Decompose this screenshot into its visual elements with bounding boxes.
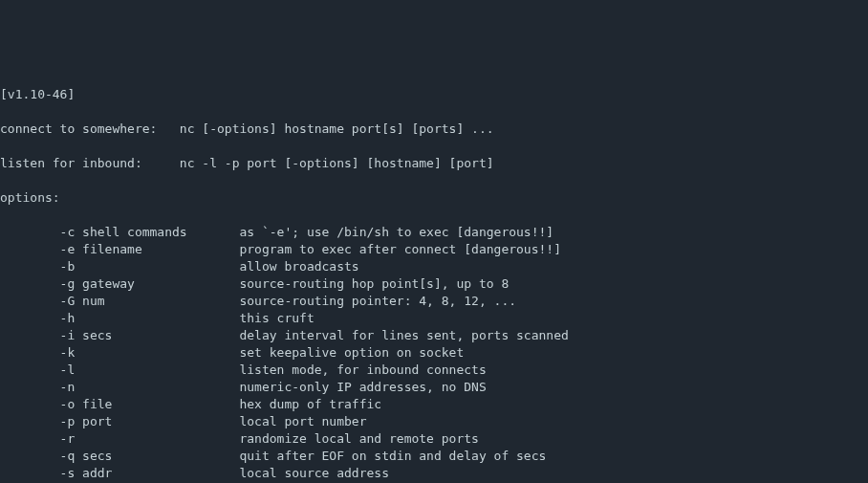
option-line: -k set keepalive option on socket xyxy=(0,344,868,362)
terminal-output: [v1.10-46] connect to somewhere: nc [-op… xyxy=(0,69,868,483)
option-line: -h this cruft xyxy=(0,310,868,327)
option-line: -b allow broadcasts xyxy=(0,258,868,275)
option-line: -n numeric-only IP addresses, no DNS xyxy=(0,379,868,396)
option-line: -s addr local source address xyxy=(0,465,868,482)
option-line: -i secs delay interval for lines sent, p… xyxy=(0,327,868,344)
option-line: -g gateway source-routing hop point[s], … xyxy=(0,275,868,293)
option-line: -l listen mode, for inbound connects xyxy=(0,362,868,379)
option-line: -o file hex dump of traffic xyxy=(0,396,868,413)
option-line: -r randomize local and remote ports xyxy=(0,430,868,448)
usage-listen: listen for inbound: nc -l -p port [-opti… xyxy=(0,155,868,172)
usage-connect: connect to somewhere: nc [-options] host… xyxy=(0,121,868,138)
option-line: -p port local port number xyxy=(0,413,868,430)
options-header: options: xyxy=(0,189,868,207)
option-line: -c shell commands as `-e'; use /bin/sh t… xyxy=(0,224,868,241)
version-line: [v1.10-46] xyxy=(0,86,868,103)
option-line: -e filename program to exec after connec… xyxy=(0,241,868,258)
options-list: -c shell commands as `-e'; use /bin/sh t… xyxy=(0,224,868,483)
option-line: -q secs quit after EOF on stdin and dela… xyxy=(0,448,868,465)
option-line: -G num source-routing pointer: 4, 8, 12,… xyxy=(0,293,868,310)
